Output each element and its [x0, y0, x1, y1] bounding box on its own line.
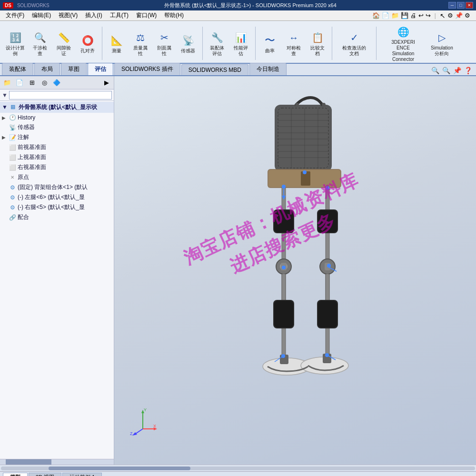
ribbon-btn-section-props[interactable]: ✂ 剖面属性 — [153, 29, 176, 58]
tab-pin-icon[interactable]: 📌 — [453, 67, 461, 74]
tree-item-right-leg[interactable]: ⚙ (-) 右腿<5> (默认<默认_显 — [0, 202, 114, 212]
ribbon-btn-symmetry[interactable]: ↔ 对称检查 — [282, 29, 305, 58]
ribbon-sep-4 — [332, 27, 332, 60]
ribbon-btn-mass-props[interactable]: ⚖ 质量属性 — [129, 29, 152, 58]
search-input[interactable] — [9, 91, 112, 99]
tab-sw-plugins[interactable]: SOLIDWORKS 插件 — [114, 63, 180, 75]
tree-label-mate: 配合 — [18, 213, 29, 221]
tab-help-icon[interactable]: ❓ — [464, 67, 472, 74]
tree-item-top-plane[interactable]: ⬜ 上视基准面 — [0, 152, 114, 162]
ribbon-btn-sensor[interactable]: 📡 传感器 — [177, 31, 199, 55]
panel-toolbar: 📁 📄 ⊞ ◎ 🔷 ▶ — [0, 76, 114, 89]
perf-label: 性能评估 — [234, 45, 248, 57]
status-tab-3dview[interactable]: 3D 视图 — [29, 473, 61, 476]
ribbon-btn-simulation[interactable]: ▷ Simulation分析向 — [428, 29, 456, 58]
menu-file[interactable]: 文件(F) — [2, 10, 28, 20]
toolbar-icon-settings[interactable]: ⚙ — [465, 12, 470, 19]
ribbon-btn-interference[interactable]: 🔍 干涉检查 — [29, 29, 51, 58]
toolbar-icon-pin[interactable]: 📌 — [455, 12, 463, 19]
design-calc-label: 设计计算例 — [6, 45, 25, 57]
toolbar-icon-print[interactable]: 🖨 — [410, 12, 416, 19]
svg-rect-15 — [322, 103, 326, 107]
svg-text:Y: Y — [144, 407, 147, 412]
mass-props-icon: ⚖ — [133, 30, 148, 45]
main-scrollbar[interactable] — [0, 465, 476, 471]
toolbar-icon-options[interactable]: ⚙ — [447, 12, 453, 19]
panel-tool-3[interactable]: ⊞ — [27, 78, 37, 88]
panel-tool-2[interactable]: 📄 — [14, 78, 25, 88]
ribbon-btn-3dx[interactable]: 🌐 3DEXPERIENCESimulation Connector — [379, 23, 427, 64]
tree-item-front-plane[interactable]: ⬜ 前视基准面 — [0, 142, 114, 152]
ribbon-btn-hole-align[interactable]: ⭕ 孔对齐 — [76, 31, 99, 55]
status-tab-model[interactable]: 模型 — [3, 473, 28, 476]
tab-assembly[interactable]: 装配体 — [2, 63, 33, 75]
panel-tool-1[interactable]: 📁 — [2, 78, 12, 88]
tree-label-history: History — [18, 114, 35, 121]
ribbon-btn-check-active[interactable]: ✓ 检查激活的文档 — [335, 29, 373, 58]
menu-help[interactable]: 帮助(H) — [160, 10, 188, 20]
toolbar-icon-save[interactable]: 💾 — [401, 12, 408, 19]
panel-tool-5[interactable]: 🔷 — [51, 78, 62, 88]
tree-root[interactable]: ▼ ⊞ 外骨骼系统 (默认<默认_显示状 — [0, 102, 114, 113]
perf-icon: 📊 — [233, 30, 248, 45]
ribbon-btn-compare[interactable]: 📋 比较文档 — [306, 29, 329, 58]
check-active-label: 检查激活的文档 — [342, 45, 367, 57]
menu-tools[interactable]: 工具(T) — [106, 10, 132, 20]
hole-align-icon: ⭕ — [80, 33, 95, 48]
panel-tool-collapse[interactable]: ▶ — [101, 78, 112, 88]
tree-item-right-plane[interactable]: ⬜ 右视基准面 — [0, 162, 114, 172]
svg-rect-29 — [274, 210, 293, 232]
viewport[interactable]: 淘宝店铺：机械资料库 进店搜索更多 Y X Z — [114, 76, 476, 465]
toolbar-icon-redo[interactable]: ↪ — [426, 12, 431, 19]
interference-label: 干涉检查 — [33, 45, 47, 57]
tree-item-left-leg[interactable]: ⚙ (-) 左腿<6> (默认<默认_显 — [0, 192, 114, 202]
search-bar: ▼ — [0, 89, 114, 101]
ribbon-btn-assembly[interactable]: 🔧 装配体评估 — [206, 29, 228, 58]
menu-window[interactable]: 窗口(W) — [132, 10, 160, 20]
main-area: 📁 📄 ⊞ ◎ 🔷 ▶ ▼ ▼ ⊞ 外骨骼系统 (默认<默认_显示状 ▶ 🕐 — [0, 76, 476, 465]
ribbon-btn-perf[interactable]: 📊 性能评估 — [229, 29, 252, 58]
minimize-button[interactable]: ─ — [448, 2, 456, 9]
tree-label-sensor: 传感器 — [18, 123, 35, 131]
panel-tool-4[interactable]: ◎ — [39, 78, 50, 88]
tree-item-backframe[interactable]: ⚙ (固定) 背架组合体<1> (默认 — [0, 182, 114, 192]
toolbar-icon-cursor[interactable]: ↖ — [440, 12, 446, 20]
ribbon-btn-clearance[interactable]: 📏 间隙验证 — [52, 29, 75, 58]
tree-label-annotation: 注解 — [18, 133, 29, 141]
clearance-icon: 📏 — [56, 30, 71, 45]
ribbon-sep-5 — [376, 27, 377, 60]
tree-item-annotation[interactable]: ▶ 📝 注解 — [0, 132, 114, 142]
status-tab-motion[interactable]: 运动算例 1 — [62, 473, 102, 476]
tree-label-right-plane: 右视基准面 — [18, 163, 46, 171]
menu-view[interactable]: 视图(V) — [55, 10, 81, 20]
menu-bar: 文件(F) 编辑(E) 视图(V) 插入(I) 工具(T) 窗口(W) 帮助(H… — [0, 10, 476, 21]
interference-icon: 🔍 — [32, 30, 48, 45]
tab-sketch[interactable]: 草图 — [61, 63, 87, 75]
toolbar-icon-home[interactable]: 🏠 — [372, 12, 380, 19]
tab-search-icon-2[interactable]: 🔍 — [442, 67, 450, 74]
toolbar-icon-new[interactable]: 📄 — [382, 12, 389, 19]
tree-icon-origin: ✕ — [9, 174, 16, 181]
maximize-button[interactable]: □ — [457, 2, 465, 9]
ribbon-btn-curvature[interactable]: 〜 曲率 — [258, 31, 281, 55]
mass-props-label: 质量属性 — [133, 45, 148, 57]
ribbon-btn-design-calc[interactable]: 🔢 设计计算例 — [3, 29, 28, 58]
ribbon-btn-measure[interactable]: 📐 测量 — [105, 31, 128, 55]
menu-insert[interactable]: 插入(I) — [81, 10, 106, 20]
tab-sw-mbd[interactable]: SOLIDWORKS MBD — [181, 64, 248, 75]
tab-today-manufacture[interactable]: 今日制造 — [249, 63, 287, 75]
tree-item-sensor[interactable]: 📡 传感器 — [0, 122, 114, 132]
tree-item-mate[interactable]: 🔗 配合 — [0, 212, 114, 222]
simulation-icon: ▷ — [434, 30, 449, 45]
tree-item-history[interactable]: ▶ 🕐 History — [0, 113, 114, 122]
svg-point-46 — [303, 170, 307, 174]
left-panel-scrollbar[interactable] — [0, 459, 114, 465]
tree-item-origin[interactable]: ✕ 原点 — [0, 172, 114, 182]
tab-search-icon-1[interactable]: 🔍 — [431, 67, 439, 74]
menu-edit[interactable]: 编辑(E) — [28, 10, 55, 20]
tab-layout[interactable]: 布局 — [34, 63, 60, 75]
toolbar-icon-folder[interactable]: 📁 — [391, 12, 399, 19]
close-button[interactable]: ✕ — [466, 2, 473, 9]
tab-evaluate[interactable]: 评估 — [88, 63, 113, 75]
toolbar-icon-undo[interactable]: ↩ — [418, 12, 424, 19]
